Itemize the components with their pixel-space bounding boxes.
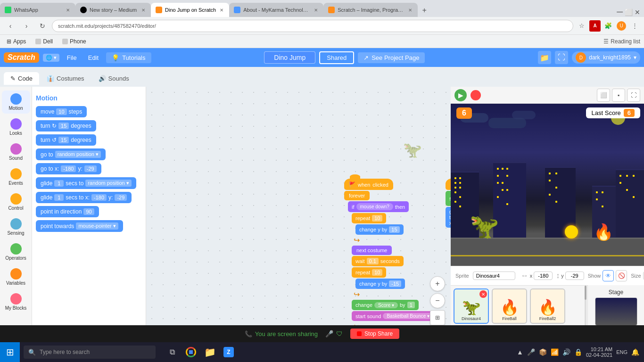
- notifications-icon[interactable]: ▲: [517, 348, 523, 356]
- restore-button[interactable]: ⬜: [625, 8, 633, 16]
- zoom-out-button[interactable]: −: [430, 293, 445, 308]
- block-turn-ccw[interactable]: turn ↺ 15 degrees: [36, 134, 96, 146]
- block-point-towards[interactable]: point towards mouse-pointer ▾: [36, 220, 123, 232]
- green-flag-button[interactable]: ▶: [454, 89, 467, 101]
- block-turn-cw-input[interactable]: 15: [58, 123, 69, 129]
- sound-dropdown[interactable]: Basketball Bounce ▾: [383, 313, 433, 319]
- show-visible-button[interactable]: 👁: [603, 270, 614, 281]
- zoom-in-button[interactable]: +: [430, 276, 445, 291]
- tab-whatsapp[interactable]: WhatsApp ✕: [0, 3, 75, 17]
- block-glide-secs[interactable]: 1: [54, 180, 64, 187]
- extensions-icon[interactable]: 🧩: [603, 20, 614, 32]
- chrome-app[interactable]: [182, 343, 200, 361]
- dell-bookmark[interactable]: Dell: [33, 37, 56, 46]
- acrobat-icon[interactable]: A: [589, 20, 601, 32]
- sprite-item-dinosaur4[interactable]: ✕ 🦖 Dinosaur4: [454, 288, 489, 324]
- edit-menu[interactable]: Edit: [84, 52, 102, 63]
- block-point-dir-input[interactable]: 90: [83, 208, 94, 215]
- star-icon[interactable]: ☆: [576, 20, 587, 32]
- stop-button[interactable]: [471, 90, 481, 100]
- language-selector[interactable]: 🌐 ▾: [43, 54, 59, 62]
- refresh-button[interactable]: ↻: [36, 19, 49, 33]
- block-point-direction[interactable]: point in direction 90: [36, 206, 99, 217]
- see-project-button[interactable]: ↗ See Project Page: [358, 52, 425, 63]
- block-turn-cw[interactable]: turn ↻ 15 degrees: [36, 120, 96, 132]
- settings-icon[interactable]: ⋮: [629, 20, 640, 32]
- block-glide-xy-x[interactable]: -180: [91, 194, 107, 201]
- category-myblocks[interactable]: My Blocks: [2, 290, 30, 313]
- change-y-input-1[interactable]: 15: [389, 226, 399, 233]
- wait-input[interactable]: 0.1: [367, 258, 379, 264]
- taskbar-search[interactable]: 🔍 Type here to search: [24, 346, 156, 359]
- block-glide-xy[interactable]: glide 1 secs to x: -180 y: -29: [36, 192, 132, 203]
- score-change-input[interactable]: 1: [407, 302, 415, 308]
- folder-icon[interactable]: 📁: [538, 51, 551, 64]
- start-sound-block[interactable]: start sound Basketball Bounce ▾: [352, 311, 437, 321]
- forward-button[interactable]: ›: [20, 19, 33, 33]
- tab-code[interactable]: ✎ Code: [4, 72, 39, 85]
- category-variables[interactable]: Variables: [2, 265, 30, 288]
- change-y-block-1[interactable]: change y by 15: [355, 224, 437, 235]
- block-goto[interactable]: go to random position ▾: [36, 148, 106, 160]
- tab-medium[interactable]: New story – Medium ✕: [75, 3, 151, 17]
- stop-share-button[interactable]: Stop Share: [350, 329, 399, 339]
- change-score-block[interactable]: change Score ▾ by 1: [352, 300, 437, 310]
- block-goto-y[interactable]: -29: [84, 165, 97, 172]
- change-y-input-2[interactable]: -15: [389, 280, 401, 287]
- repeat-input-1[interactable]: 10: [372, 215, 382, 222]
- tutorials-button[interactable]: 💡 Tutorials: [106, 52, 151, 63]
- fullscreen-icon[interactable]: ⛶: [555, 51, 568, 64]
- phone-bookmark[interactable]: Phone: [59, 37, 89, 46]
- tab-mykarma-close[interactable]: ✕: [313, 7, 319, 14]
- new-tab-button[interactable]: +: [418, 4, 431, 17]
- sprite-item-fireball2[interactable]: 🔥 FireBall2: [530, 288, 565, 324]
- notification-bell-icon[interactable]: 🔔: [631, 348, 639, 356]
- if-block[interactable]: if mouse down? then repeat 10 ch: [348, 201, 437, 321]
- block-move-input[interactable]: 10: [56, 108, 66, 115]
- back-button[interactable]: ‹: [4, 19, 17, 33]
- fit-button[interactable]: ⊞: [430, 310, 445, 325]
- user-badge[interactable]: D dark_knight1895 ▾: [572, 51, 640, 64]
- category-motion[interactable]: Motion: [2, 90, 30, 114]
- set-score-block[interactable]: set Score ▾ to 0: [446, 191, 451, 206]
- tab-mykarma[interactable]: About - MyKarma Technolog... ✕: [229, 3, 323, 17]
- x-coord-input[interactable]: [534, 272, 553, 280]
- block-turn-ccw-input[interactable]: 15: [58, 137, 69, 143]
- show-hidden-button[interactable]: 🚫: [616, 270, 627, 281]
- category-sound[interactable]: Sound: [2, 140, 30, 164]
- vpn-icon[interactable]: 🔒: [574, 348, 582, 356]
- block-goto-dropdown[interactable]: random position ▾: [55, 151, 101, 158]
- reading-list[interactable]: ☰ Reading list: [603, 38, 640, 45]
- taskview-button[interactable]: ⧉: [163, 343, 181, 361]
- tab-scratch-close[interactable]: ✕: [219, 7, 224, 14]
- y-coord-input[interactable]: [565, 272, 584, 280]
- small-stage-button[interactable]: ⬜: [597, 89, 610, 102]
- fullscreen-stage-button[interactable]: ⛶: [627, 89, 640, 102]
- block-move[interactable]: move 10 steps: [36, 106, 87, 117]
- tab-scratch2-close[interactable]: ✕: [407, 7, 413, 14]
- sprite-item-fireball[interactable]: 🔥 FireBall: [492, 288, 527, 324]
- sprites-scrollbar[interactable]: [585, 286, 586, 328]
- tab-scratch[interactable]: Dino Jump on Scratch ✕: [151, 3, 229, 17]
- category-operators[interactable]: Operators: [2, 240, 30, 263]
- profile-icon[interactable]: U: [616, 20, 627, 32]
- tab-costumes[interactable]: 👔 Costumes: [40, 72, 91, 85]
- minimize-button[interactable]: ─: [617, 7, 623, 17]
- block-glide-random[interactable]: glide 1 secs to random position ▾: [36, 177, 136, 189]
- hat-when-clicked-2[interactable]: 🚩 when clicked: [446, 179, 451, 190]
- volume-icon[interactable]: 🔊: [562, 348, 570, 356]
- repeat-block-2[interactable]: repeat 10 change y by -15: [352, 267, 437, 289]
- hat-when-clicked-1[interactable]: 🚩 when clicked: [344, 179, 437, 190]
- change-y-block-2[interactable]: change y by -15: [355, 279, 437, 289]
- goto-xy-block[interactable]: go to x: -180 y: -29: [446, 207, 451, 228]
- block-goto-xy[interactable]: go to x: -180 y: -29: [36, 163, 101, 174]
- address-bar[interactable]: scratch.mit.edu/projects/487582470/edito…: [52, 20, 573, 32]
- tab-whatsapp-close[interactable]: ✕: [65, 7, 71, 14]
- block-point-towards-dropdown[interactable]: mouse-pointer ▾: [76, 222, 118, 230]
- repeat-block-1[interactable]: repeat 10 change y by 15: [352, 213, 437, 235]
- microphone-taskbar-icon[interactable]: 🎤: [527, 348, 535, 356]
- forever-block[interactable]: forever: [344, 191, 370, 200]
- score-dropdown-1[interactable]: Score ▾: [374, 302, 398, 308]
- wait-block[interactable]: wait 0.1 seconds: [352, 256, 437, 266]
- repeat-input-2[interactable]: 10: [372, 269, 382, 276]
